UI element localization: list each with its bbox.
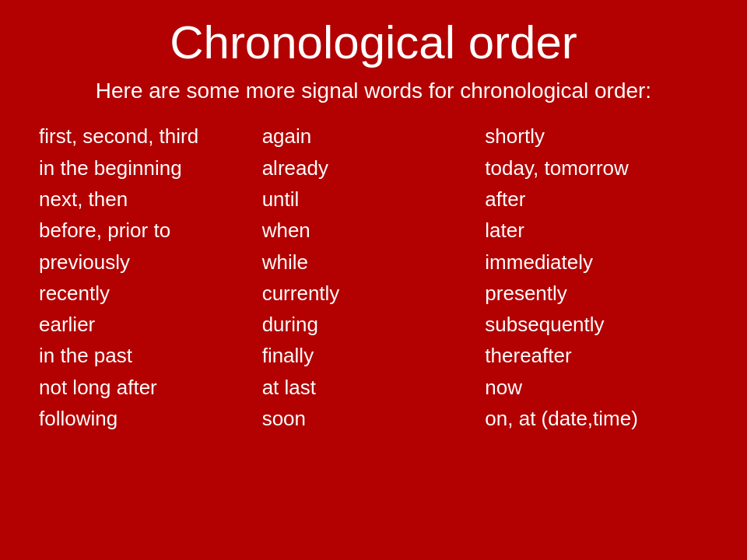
list-item: immediately	[485, 247, 708, 278]
list-item: during	[262, 309, 486, 340]
list-item: in the beginning	[39, 152, 262, 184]
list-item: before, prior to	[39, 215, 262, 246]
list-item: first, second, third	[39, 121, 262, 152]
list-item: later	[485, 215, 708, 246]
list-item: thereafter	[485, 340, 708, 371]
list-item: recently	[39, 278, 262, 309]
column-2: againalreadyuntilwhenwhilecurrentlydurin…	[262, 121, 486, 434]
list-item: now	[485, 372, 708, 403]
list-item: previously	[39, 247, 262, 278]
list-item: until	[262, 184, 486, 215]
list-item: finally	[262, 340, 486, 371]
subtitle: Here are some more signal words for chro…	[31, 77, 716, 105]
list-item: presently	[485, 278, 708, 309]
list-item: next, then	[39, 184, 262, 215]
list-item: when	[262, 215, 486, 246]
words-grid: first, second, thirdin the beginningnext…	[31, 121, 716, 434]
list-item: on, at (date,time)	[485, 403, 708, 434]
list-item: in the past	[39, 340, 262, 371]
page-title: Chronological order	[31, 16, 716, 69]
list-item: subsequently	[485, 309, 708, 340]
list-item: while	[262, 247, 486, 278]
list-item: soon	[262, 403, 486, 434]
main-container: Chronological order Here are some more s…	[0, 0, 747, 560]
list-item: not long after	[39, 372, 262, 403]
list-item: currently	[262, 278, 486, 309]
column-3: shortlytoday, tomorrowafterlaterimmediat…	[485, 121, 708, 434]
column-1: first, second, thirdin the beginningnext…	[39, 121, 262, 434]
list-item: after	[485, 184, 708, 215]
list-item: at last	[262, 372, 486, 403]
list-item: earlier	[39, 309, 262, 340]
list-item: again	[262, 121, 486, 152]
list-item: following	[39, 403, 262, 434]
list-item: today, tomorrow	[485, 152, 708, 184]
list-item: already	[262, 152, 486, 184]
list-item: shortly	[485, 121, 708, 152]
